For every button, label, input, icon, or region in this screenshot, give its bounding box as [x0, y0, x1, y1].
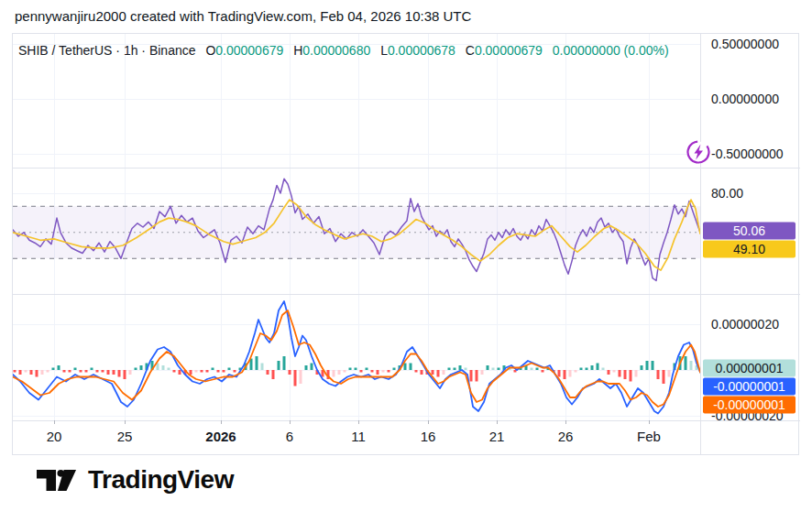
- histogram-bar: [459, 365, 462, 370]
- histogram-bar: [575, 370, 577, 373]
- time-tick-label: 2026: [205, 429, 236, 444]
- histogram-bar: [267, 370, 269, 375]
- histogram-bar: [289, 370, 291, 375]
- histogram-bar: [690, 361, 693, 370]
- histogram-bar: [118, 370, 121, 377]
- histogram-bar: [360, 370, 363, 373]
- time-tick-mark: [358, 420, 359, 424]
- histogram-bar: [492, 368, 495, 371]
- time-tick-mark: [125, 420, 126, 424]
- histogram-bar: [404, 364, 407, 371]
- histogram-bar: [338, 370, 341, 375]
- histogram-bar: [228, 368, 231, 371]
- histogram-bar: [63, 370, 66, 373]
- histogram-bar: [272, 370, 275, 379]
- histogram-bar: [668, 370, 671, 377]
- histogram-bar: [531, 368, 533, 371]
- axis-value-badge: 50.06: [703, 223, 796, 240]
- attribution-text: pennywanjiru2000 created with TradingVie…: [15, 8, 471, 24]
- time-tick-label: 16: [421, 429, 436, 444]
- time-tick-label: 21: [489, 429, 505, 444]
- axis-value-badge: -0.00000001: [703, 378, 796, 396]
- histogram-bar: [448, 368, 451, 371]
- pane-separator-2[interactable]: [13, 294, 800, 295]
- histogram-bar: [454, 368, 456, 371]
- axis-tick-label: 0.00000000: [711, 92, 779, 106]
- price-scale-axis[interactable]: 0.500000000.00000000-0.5000000080.0050.0…: [701, 34, 800, 419]
- histogram-bar: [443, 370, 445, 375]
- axis-separator: [700, 34, 701, 454]
- histogram-bar: [135, 368, 137, 371]
- histogram-bar: [217, 370, 220, 373]
- histogram-bar: [619, 370, 621, 377]
- histogram-bar: [256, 356, 258, 370]
- time-scale-axis[interactable]: 20252026611162126Feb: [13, 420, 800, 454]
- macd-pane[interactable]: [13, 294, 700, 420]
- legend-high-value: 0.00000680: [302, 43, 370, 58]
- axis-value-badge: 49.10: [703, 241, 796, 258]
- rsi-pane-svg: [13, 168, 700, 294]
- histogram-bar: [173, 370, 176, 373]
- histogram-bar: [74, 368, 77, 371]
- histogram-bar: [437, 370, 440, 377]
- histogram-bar: [102, 370, 104, 373]
- rsi-pane[interactable]: [13, 168, 700, 294]
- histogram-bar: [641, 365, 643, 370]
- histogram-bar: [377, 370, 379, 375]
- legend-open-label: O: [205, 43, 215, 58]
- histogram-bar: [586, 368, 588, 371]
- histogram-bar: [30, 370, 33, 375]
- legend-low-value: 0.00000678: [388, 43, 455, 58]
- histogram-bar: [69, 370, 71, 373]
- histogram-bar: [470, 370, 473, 382]
- histogram-bar: [85, 370, 88, 373]
- histogram-bar: [278, 361, 280, 370]
- histogram-bar: [371, 370, 374, 373]
- time-tick-label: 11: [351, 429, 366, 444]
- time-tick-label: Feb: [637, 429, 661, 444]
- histogram-bar: [162, 365, 165, 370]
- histogram-bar: [569, 370, 572, 377]
- histogram-bar: [129, 370, 132, 375]
- legend-symbol-title[interactable]: SHIB / TetherUS · 1h · Binance: [18, 43, 196, 58]
- histogram-bar: [558, 370, 561, 377]
- tradingview-logo-text: TradingView: [88, 465, 234, 495]
- flash-circle-icon[interactable]: [686, 139, 711, 165]
- macd-pane-svg: [13, 294, 700, 420]
- time-tick-label: 6: [286, 429, 293, 444]
- MACD-line: [13, 301, 700, 414]
- histogram-bar: [635, 370, 638, 377]
- legend-high-label: H: [293, 43, 302, 58]
- axis-value-badge: -0.00000001: [703, 397, 796, 414]
- histogram-bar: [652, 361, 654, 370]
- histogram-bar: [294, 370, 297, 386]
- histogram-bar: [223, 370, 225, 373]
- pane-separator-1[interactable]: [13, 168, 800, 169]
- histogram-bar: [47, 370, 49, 373]
- histogram-bar: [19, 370, 22, 375]
- time-tick-mark: [649, 420, 650, 424]
- histogram-bar: [564, 370, 566, 379]
- histogram-bar: [591, 365, 594, 370]
- histogram-bar: [613, 370, 616, 373]
- histogram-bar: [542, 370, 544, 373]
- histogram-bar: [366, 368, 368, 371]
- axis-tick-label: 0.50000000: [711, 37, 779, 51]
- histogram-bar: [476, 370, 478, 382]
- histogram-bar: [283, 356, 286, 370]
- histogram-bar: [657, 370, 660, 379]
- histogram-bar: [261, 364, 264, 371]
- histogram-bar: [234, 370, 236, 373]
- histogram-bar: [113, 370, 115, 375]
- histogram-bar: [195, 370, 198, 373]
- chart-widget[interactable]: SHIB / TetherUS · 1h · Binance O0.000006…: [12, 33, 799, 455]
- legend-close-label: C: [466, 43, 475, 58]
- histogram-bar: [382, 370, 385, 373]
- histogram-bar: [481, 370, 484, 375]
- histogram-bar: [344, 370, 346, 373]
- histogram-bar: [300, 370, 302, 384]
- tradingview-logo[interactable]: TradingView: [37, 461, 234, 499]
- histogram-bar: [597, 364, 599, 371]
- histogram-bar: [41, 370, 44, 375]
- histogram-bar: [388, 370, 390, 373]
